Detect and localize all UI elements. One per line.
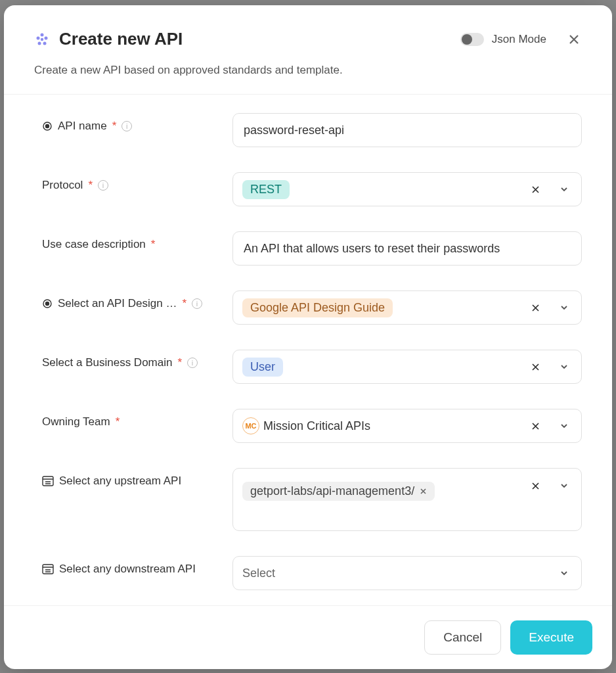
chip-remove-icon[interactable] bbox=[420, 488, 427, 495]
create-api-modal: Create new API Json Mode Create a new AP… bbox=[4, 5, 612, 669]
team-name: Mission Critical APIs bbox=[263, 419, 370, 433]
protocol-tag: REST bbox=[242, 180, 290, 199]
business-domain-label: Select a Business Domain bbox=[42, 356, 172, 369]
clear-icon[interactable] bbox=[523, 296, 547, 319]
svg-rect-11 bbox=[43, 565, 53, 574]
downstream-placeholder: Select bbox=[242, 567, 275, 580]
field-downstream: Select any downstream API Select bbox=[42, 556, 582, 590]
protocol-select[interactable]: REST bbox=[232, 172, 582, 206]
use-case-input[interactable] bbox=[232, 231, 582, 266]
chevron-down-icon[interactable] bbox=[552, 561, 576, 585]
cancel-button[interactable]: Cancel bbox=[424, 620, 501, 655]
modal-footer: Cancel Execute bbox=[4, 605, 612, 669]
svg-point-5 bbox=[43, 41, 47, 45]
design-guide-select[interactable]: Google API Design Guide bbox=[232, 290, 582, 325]
info-icon[interactable]: i bbox=[121, 121, 132, 131]
chevron-down-icon[interactable] bbox=[552, 355, 576, 379]
svg-point-9 bbox=[46, 302, 49, 306]
list-icon bbox=[42, 564, 54, 574]
owning-team-label: Owning Team bbox=[42, 415, 110, 429]
svg-point-7 bbox=[46, 125, 49, 128]
radio-icon bbox=[42, 298, 53, 309]
field-business-domain: Select a Business Domain* i User bbox=[42, 350, 582, 384]
svg-point-0 bbox=[41, 33, 44, 36]
modal-title: Create new API bbox=[59, 29, 451, 49]
chevron-down-icon[interactable] bbox=[552, 414, 576, 438]
json-mode-toggle[interactable] bbox=[460, 33, 484, 46]
list-icon bbox=[42, 476, 54, 486]
chevron-down-icon[interactable] bbox=[552, 474, 576, 498]
form-body: API name* i Protocol* i REST Us bbox=[4, 95, 612, 605]
upstream-select[interactable]: getport-labs/api-management3/ bbox=[232, 468, 582, 531]
svg-point-4 bbox=[38, 41, 41, 45]
api-name-input[interactable] bbox=[232, 113, 582, 147]
field-design-guide: Select an API Design … * i Google API De… bbox=[42, 290, 582, 325]
chevron-down-icon[interactable] bbox=[552, 177, 576, 201]
downstream-select[interactable]: Select bbox=[232, 556, 582, 590]
execute-button[interactable]: Execute bbox=[510, 620, 592, 655]
use-case-label: Use case description bbox=[42, 238, 146, 251]
upstream-label: Select any upstream API bbox=[59, 475, 181, 488]
radio-icon bbox=[42, 121, 53, 131]
app-logo-icon bbox=[34, 32, 50, 47]
svg-point-1 bbox=[37, 36, 40, 39]
field-use-case: Use case description* bbox=[42, 231, 582, 266]
owning-team-select[interactable]: MC Mission Critical APIs bbox=[232, 409, 582, 443]
team-avatar: MC bbox=[242, 417, 259, 434]
field-api-name: API name* i bbox=[42, 113, 582, 147]
field-owning-team: Owning Team* MC Mission Critical APIs bbox=[42, 409, 582, 443]
api-name-label: API name bbox=[58, 120, 107, 133]
svg-point-3 bbox=[41, 37, 43, 40]
business-domain-select[interactable]: User bbox=[232, 350, 582, 384]
info-icon[interactable]: i bbox=[192, 298, 202, 309]
modal-subtitle: Create a new API based on approved stand… bbox=[34, 64, 582, 77]
svg-point-2 bbox=[45, 36, 48, 39]
clear-icon[interactable] bbox=[523, 474, 547, 498]
clear-icon[interactable] bbox=[523, 414, 547, 438]
chevron-down-icon[interactable] bbox=[552, 296, 576, 319]
clear-icon[interactable] bbox=[523, 177, 547, 201]
protocol-label: Protocol bbox=[42, 179, 83, 192]
clear-icon[interactable] bbox=[523, 355, 547, 379]
field-upstream: Select any upstream API getport-labs/api… bbox=[42, 468, 582, 531]
info-icon[interactable]: i bbox=[98, 180, 108, 191]
design-guide-label: Select an API Design … bbox=[58, 297, 177, 310]
close-button[interactable] bbox=[566, 32, 582, 47]
downstream-label: Select any downstream API bbox=[59, 563, 196, 576]
design-guide-tag: Google API Design Guide bbox=[242, 298, 393, 317]
json-mode-label: Json Mode bbox=[492, 33, 546, 46]
upstream-chip: getport-labs/api-management3/ bbox=[242, 482, 435, 501]
modal-header: Create new API Json Mode Create a new AP… bbox=[4, 5, 612, 95]
field-protocol: Protocol* i REST bbox=[42, 172, 582, 206]
info-icon[interactable]: i bbox=[187, 358, 198, 368]
business-domain-tag: User bbox=[242, 358, 283, 377]
svg-rect-10 bbox=[43, 476, 53, 486]
